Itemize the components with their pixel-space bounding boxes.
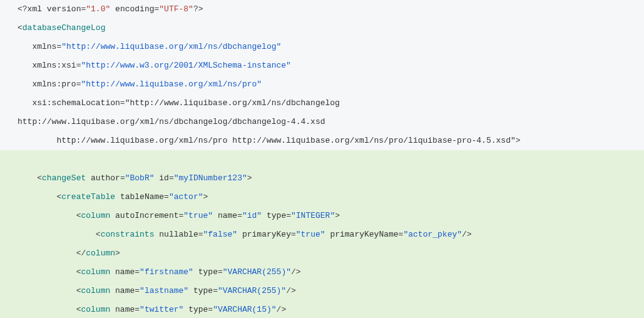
schema-loc-line2: http://www.liquibase.org/xml/ns/dbchange… — [18, 117, 325, 126]
xmlns-line: xmlns="http://www.liquibase.org/xml/ns/d… — [18, 42, 281, 51]
xml-decl-line: <?xml version="1.0" encoding="UTF-8"?> — [18, 4, 203, 14]
createtable-line: <createTable tableName="actor"> — [18, 192, 208, 202]
highlight-block: <changeSet author="BobR" id="myIDNumber1… — [0, 150, 644, 318]
col1-close-line: </column> — [18, 249, 120, 258]
col1-open-line: <column autoIncrement="true" name="id" t… — [18, 211, 340, 220]
schema-loc-line3: http://www.liquibase.org/xml/ns/pro http… — [18, 136, 521, 145]
xmlns-xsi-line: xmlns:xsi="http://www.w3.org/2001/XMLSch… — [18, 61, 291, 70]
xmlns-pro-line: xmlns:pro="http://www.liquibase.org/xml/… — [18, 80, 262, 89]
col3-line: <column name="lastname" type="VARCHAR(25… — [18, 286, 296, 295]
root-open-line: <databaseChangeLog — [18, 23, 105, 33]
col2-line: <column name="firstname" type="VARCHAR(2… — [18, 267, 301, 277]
code-block: <?xml version="1.0" encoding="UTF-8"?> <… — [0, 0, 644, 318]
changeset-line: <changeSet author="BobR" id="myIDNumber1… — [18, 173, 252, 183]
constraints-line: <constraints nullable="false" primaryKey… — [18, 230, 472, 239]
col4-line: <column name="twitter" type="VARCHAR(15)… — [18, 305, 286, 314]
schema-loc-line1: xsi:schemaLocation="http://www.liquibase… — [18, 98, 340, 108]
